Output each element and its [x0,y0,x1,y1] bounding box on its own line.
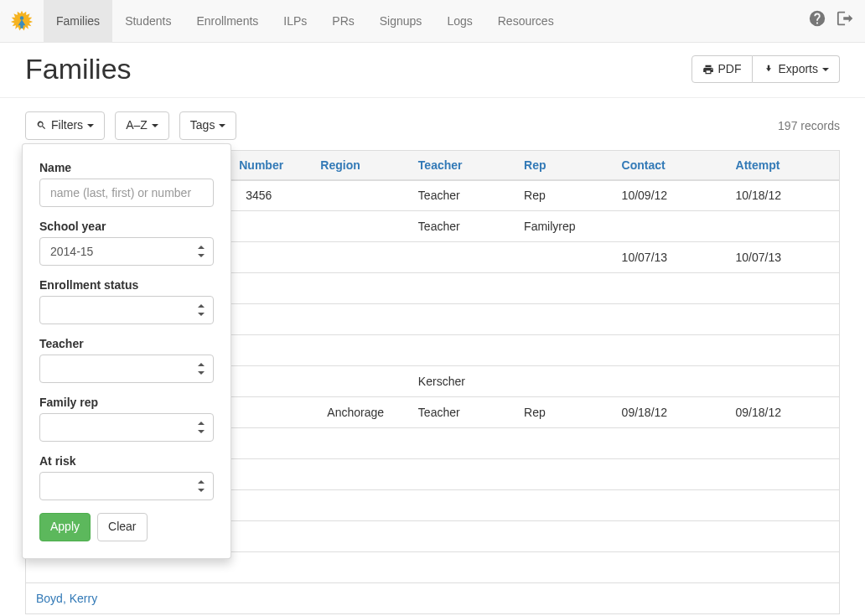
cell-number [229,397,310,428]
cell-rep: Rep [514,397,612,428]
clear-button[interactable]: Clear [97,513,147,541]
cell-region [310,552,408,583]
sun-person-icon [10,9,34,33]
at-risk-select[interactable] [39,472,214,500]
at-risk-label: At risk [39,454,214,468]
pdf-button[interactable]: PDF [691,55,753,84]
help-icon[interactable] [808,9,826,33]
tags-button[interactable]: Tags [179,111,237,140]
az-button[interactable]: A–Z [115,111,169,140]
cell-attempt [726,304,840,335]
name-input[interactable] [39,179,214,207]
teacher-select[interactable] [39,355,214,383]
cell-attempt [726,583,840,614]
cell-attempt [726,490,840,521]
cell-teacher [408,335,514,366]
enrollment-status-label: Enrollment status [39,278,214,292]
cell-contact [612,366,726,397]
nav-ilps[interactable]: ILPs [271,0,319,42]
record-count: 197 records [778,119,840,132]
cell-teacher [408,490,514,521]
name-label: Name [39,161,214,174]
cell-teacher [408,552,514,583]
caret-down-icon [87,124,94,127]
download-icon [763,64,774,75]
teacher-label: Teacher [39,337,214,350]
nav-families[interactable]: Families [44,0,112,42]
cell-rep [514,552,612,583]
cell-number [229,304,310,335]
cell-attempt [726,273,840,304]
cell-teacher [408,583,514,614]
cell-teacher: Teacher [408,211,514,242]
cell-number [229,459,310,490]
exports-button[interactable]: Exports [753,55,840,84]
toolbar: Filters A–Z Tags 197 records Name School… [0,98,865,150]
cell-region [310,366,408,397]
cell-attempt: 10/18/12 [726,180,840,211]
export-button-group: PDF Exports [691,55,840,84]
cell-region [310,180,408,211]
cell-region [310,521,408,552]
cell-name: Boyd, Kerry [26,583,230,614]
cell-attempt [726,459,840,490]
family-rep-select[interactable] [39,413,214,442]
cell-number [229,428,310,459]
cell-contact [612,211,726,242]
cell-region: Anchorage [310,397,408,428]
cell-teacher [408,428,514,459]
cell-number [229,490,310,521]
nav-enrollments[interactable]: Enrollments [184,0,271,42]
cell-attempt: 10/07/13 [726,242,840,273]
cell-region [310,490,408,521]
sign-out-icon[interactable] [837,9,855,33]
brand-logo[interactable] [0,0,44,42]
col-teacher[interactable]: Teacher [408,150,514,180]
cell-contact: 10/07/13 [612,242,726,273]
cell-teacher [408,459,514,490]
col-region[interactable]: Region [310,150,408,180]
col-number[interactable]: Number [229,150,310,180]
cell-number [229,242,310,273]
cell-contact [612,552,726,583]
nav-logs[interactable]: Logs [434,0,484,42]
cell-contact [612,459,726,490]
cell-attempt [726,552,840,583]
caret-down-icon [219,124,225,127]
cell-number [229,273,310,304]
apply-button[interactable]: Apply [39,513,91,541]
cell-teacher [408,242,514,273]
cell-number [229,211,310,242]
cell-region [310,335,408,366]
cell-number [229,521,310,552]
table-row: Boyd, Kerry [26,583,840,614]
cell-teacher [408,521,514,552]
cell-contact [612,304,726,335]
col-rep[interactable]: Rep [514,150,612,180]
cell-region [310,304,408,335]
enrollment-status-select[interactable] [39,296,214,324]
cell-teacher: Teacher [408,180,514,211]
cell-attempt [726,335,840,366]
cell-region [310,211,408,242]
caret-down-icon [152,124,158,127]
nav-resources[interactable]: Resources [485,0,567,42]
cell-number [229,335,310,366]
cell-number [229,366,310,397]
school-year-select[interactable]: 2014-15 [39,237,214,266]
caret-down-icon [822,68,829,71]
school-year-label: School year [39,220,214,233]
nav-students[interactable]: Students [112,0,184,42]
cell-region [310,242,408,273]
cell-rep [514,459,612,490]
cell-attempt [726,366,840,397]
col-attempt[interactable]: Attempt [726,150,840,180]
cell-rep [514,242,612,273]
col-contact[interactable]: Contact [612,150,726,180]
nav-prs[interactable]: PRs [319,0,366,42]
cell-rep [514,335,612,366]
filters-button[interactable]: Filters [25,111,105,140]
family-link[interactable]: Boyd, Kerry [36,592,97,605]
nav-signups[interactable]: Signups [367,0,435,42]
navbar: FamiliesStudentsEnrollmentsILPsPRsSignup… [0,0,865,43]
